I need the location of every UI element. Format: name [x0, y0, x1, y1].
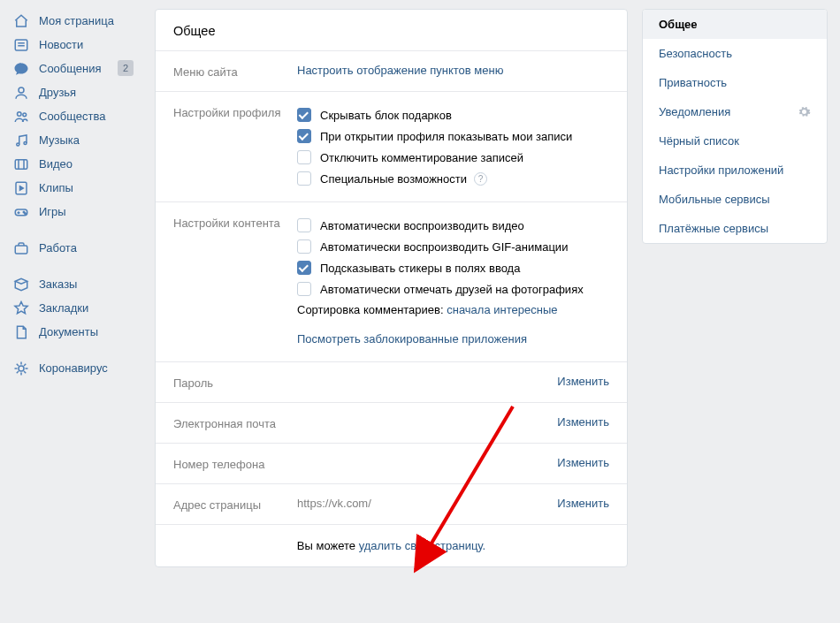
music-icon [12, 132, 30, 149]
address-label: Адрес страницы [173, 497, 297, 512]
nav-item-label: Коронавирус [39, 361, 108, 375]
content-checkbox-1[interactable] [297, 239, 311, 254]
nav-item-label: Заказы [39, 277, 77, 291]
svg-line-23 [17, 363, 19, 365]
content-option-label: Автоматически отмечать друзей на фотогра… [320, 283, 584, 296]
svg-rect-8 [15, 159, 27, 169]
content-option-label: Автоматически воспроизводить видео [320, 219, 524, 232]
communities-icon [12, 108, 30, 125]
messages-icon [12, 60, 30, 78]
nav-item-communities[interactable]: Сообщества [0, 104, 146, 128]
svg-point-3 [19, 87, 24, 93]
profile-option: При открытии профиля показывать мои запи… [297, 125, 609, 147]
change-address-link[interactable]: Изменить [557, 497, 609, 512]
games-icon [12, 203, 30, 221]
nav-item-work[interactable]: Работа [0, 236, 146, 260]
page-title: Общее [156, 10, 627, 50]
delete-page-link[interactable]: удалить свою страницу. [359, 539, 486, 552]
profile-checkbox-2[interactable] [297, 150, 311, 164]
nav-item-clips[interactable]: Клипы [0, 176, 146, 200]
blocked-apps-link[interactable]: Посмотреть заблокированные приложения [297, 332, 527, 346]
work-icon [12, 239, 30, 257]
nav-item-friends[interactable]: Друзья [0, 80, 146, 104]
settings-tab[interactable]: Настройки приложений [643, 156, 827, 185]
profile-option: Специальные возможности? [297, 168, 609, 189]
settings-tab-label: Платёжные сервисы [659, 222, 768, 235]
content-checkbox-2[interactable] [297, 261, 311, 275]
content-option: Подсказывать стикеры в полях ввода [297, 257, 609, 278]
home-icon [12, 12, 30, 30]
profile-settings-row: Настройки профиля Скрывать блок подарков… [156, 91, 627, 201]
svg-point-7 [24, 141, 27, 144]
email-label: Электронная почта [173, 415, 297, 430]
nav-item-documents[interactable]: Документы [0, 320, 146, 344]
svg-line-25 [17, 371, 19, 373]
svg-point-6 [17, 143, 19, 146]
svg-point-16 [25, 212, 27, 214]
bookmarks-icon [12, 300, 30, 317]
svg-point-4 [18, 111, 22, 116]
documents-icon [12, 323, 30, 341]
settings-tab-label: Мобильные сервисы [659, 193, 770, 206]
settings-tab[interactable]: Общее [643, 10, 827, 39]
settings-tab-label: Настройки приложений [659, 163, 783, 177]
profile-checkbox-1[interactable] [297, 129, 311, 143]
orders-icon [12, 276, 30, 293]
settings-tab[interactable]: Мобильные сервисы [643, 185, 827, 214]
settings-main: Общее Меню сайта Настроить отображение п… [155, 9, 628, 623]
settings-tab[interactable]: Безопасность [643, 39, 827, 68]
phone-label: Номер телефона [173, 456, 297, 471]
change-password-link[interactable]: Изменить [557, 375, 609, 390]
profile-option-label: Специальные возможности [320, 172, 467, 186]
profile-option-label: Отключить комментирование записей [320, 151, 523, 164]
settings-tab-label: Безопасность [659, 47, 732, 60]
svg-line-24 [24, 371, 26, 373]
profile-settings-label: Настройки профиля [173, 104, 297, 189]
profile-option-label: При открытии профиля показывать мои запи… [320, 130, 572, 143]
settings-tab[interactable]: Уведомления [643, 97, 827, 126]
content-checkbox-0[interactable] [297, 218, 311, 232]
content-option: Автоматически воспроизводить GIF-анимаци… [297, 236, 609, 257]
nav-item-label: Закладки [39, 301, 88, 315]
password-row: Пароль Изменить [156, 361, 627, 402]
nav-item-label: Видео [39, 157, 73, 171]
profile-checkbox-0[interactable] [297, 108, 311, 122]
clips-icon [12, 179, 30, 197]
nav-item-orders[interactable]: Заказы [0, 272, 146, 296]
help-icon[interactable]: ? [474, 172, 487, 186]
phone-row: Номер телефона Изменить [156, 443, 627, 483]
profile-checkbox-3[interactable] [297, 171, 311, 186]
nav-item-label: Моя страница [39, 14, 114, 27]
nav-item-music[interactable]: Музыка [0, 128, 146, 152]
nav-item-label: Друзья [39, 86, 76, 99]
settings-tab[interactable]: Платёжные сервисы [643, 214, 827, 243]
left-sidebar: Моя страницаНовостиСообщения2ДрузьяСообщ… [0, 0, 146, 623]
settings-tab-label: Чёрный список [659, 134, 739, 148]
change-phone-link[interactable]: Изменить [557, 456, 609, 471]
nav-item-video[interactable]: Видео [0, 152, 146, 176]
settings-tab[interactable]: Чёрный список [643, 126, 827, 156]
settings-tab[interactable]: Приватность [643, 68, 827, 97]
nav-item-home[interactable]: Моя страница [0, 9, 146, 33]
nav-item-label: Сообщества [39, 110, 106, 123]
nav-item-games[interactable]: Игры [0, 200, 146, 224]
content-option: Автоматически отмечать друзей на фотогра… [297, 278, 609, 300]
site-menu-label: Меню сайта [173, 64, 297, 79]
settings-tab-label: Общее [659, 18, 698, 31]
nav-item-covid[interactable]: Коронавирус [0, 356, 146, 380]
comment-sort-link[interactable]: сначала интересные [447, 303, 557, 316]
content-checkbox-3[interactable] [297, 282, 311, 296]
change-email-link[interactable]: Изменить [557, 415, 609, 430]
profile-option: Отключить комментирование записей [297, 147, 609, 168]
configure-menu-link[interactable]: Настроить отображение пунктов меню [297, 64, 503, 77]
address-value: https://vk.com/ [297, 497, 557, 512]
nav-item-messages[interactable]: Сообщения2 [0, 57, 146, 80]
email-row: Электронная почта Изменить [156, 402, 627, 443]
video-icon [12, 156, 30, 173]
content-option: Автоматически воспроизводить видео [297, 215, 609, 236]
nav-item-bookmarks[interactable]: Закладки [0, 296, 146, 320]
content-option-label: Подсказывать стикеры в полях ввода [320, 262, 520, 275]
nav-item-news[interactable]: Новости [0, 33, 146, 57]
delete-page-row: Вы можете удалить свою страницу. [156, 524, 627, 566]
gear-icon[interactable] [798, 105, 811, 118]
